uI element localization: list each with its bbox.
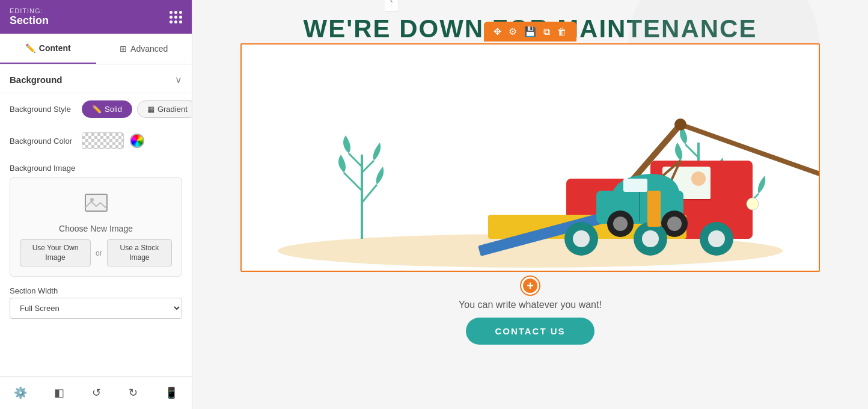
contact-us-button[interactable]: CONTACT US bbox=[466, 318, 594, 345]
section-title-label: Section bbox=[10, 14, 49, 27]
svg-rect-0 bbox=[85, 194, 107, 211]
background-image-label: Background Image bbox=[10, 164, 76, 173]
svg-rect-31 bbox=[623, 179, 647, 192]
choose-new-image-label: Choose New Image bbox=[59, 224, 133, 233]
settings-toolbar-icon[interactable]: ⚙ bbox=[505, 24, 521, 39]
svg-point-1 bbox=[90, 198, 94, 201]
grid-icon: ⊞ bbox=[120, 44, 127, 54]
svg-point-42 bbox=[708, 230, 725, 247]
svg-rect-43 bbox=[647, 191, 661, 227]
gradient-icon: ▦ bbox=[147, 105, 154, 114]
section-width-label: Section Width bbox=[0, 281, 192, 298]
section-container: ✥ ⚙ 💾 ⧉ 🗑 bbox=[216, 43, 844, 272]
gradient-button[interactable]: ▦ Gradient bbox=[137, 100, 192, 118]
collapse-sidebar-button[interactable]: ‹ bbox=[385, 0, 399, 12]
sidebar: EDITING: Section ✏️ Content ⊞ Advanced B… bbox=[0, 0, 192, 409]
layers-icon[interactable]: ◧ bbox=[49, 384, 69, 402]
use-stock-image-button[interactable]: Use a Stock Image bbox=[107, 239, 172, 266]
background-style-row: Background Style ✏️ Solid ▦ Gradient bbox=[0, 93, 192, 125]
svg-point-38 bbox=[573, 230, 590, 247]
background-color-row: Background Color bbox=[0, 125, 192, 156]
tab-content[interactable]: ✏️ Content bbox=[0, 34, 96, 64]
sidebar-header-info: EDITING: Section bbox=[10, 7, 49, 27]
sidebar-content: Background ∨ Background Style ✏️ Solid ▦… bbox=[0, 64, 192, 376]
svg-point-40 bbox=[642, 230, 659, 247]
mobile-icon[interactable]: 📱 bbox=[160, 384, 183, 402]
pencil-icon: ✏️ bbox=[25, 43, 35, 53]
dots-menu-icon[interactable] bbox=[170, 11, 182, 23]
image-upload-area: Choose New Image Use Your Own Image or U… bbox=[10, 177, 182, 277]
section-width-select-wrap: Full Screen Boxed Full Width bbox=[10, 298, 182, 319]
section-toolbar: ✥ ⚙ 💾 ⧉ 🗑 bbox=[484, 22, 576, 42]
page-background: WE'RE DOWN FOR MAINTENANCE ✥ ⚙ 💾 ⧉ 🗑 bbox=[192, 0, 868, 409]
solid-button[interactable]: ✏️ Solid bbox=[82, 100, 132, 118]
section-box bbox=[240, 43, 820, 272]
subtext: You can write whatever you want! bbox=[459, 300, 602, 310]
save-toolbar-icon[interactable]: 💾 bbox=[521, 24, 540, 39]
color-picker-icon[interactable] bbox=[130, 134, 144, 148]
add-section-button[interactable]: + bbox=[521, 277, 539, 295]
background-title: Background bbox=[10, 75, 63, 85]
history-icon[interactable]: ↺ bbox=[87, 384, 106, 402]
pencil-solid-icon: ✏️ bbox=[92, 105, 102, 114]
redo-icon[interactable]: ↻ bbox=[124, 384, 142, 402]
svg-point-35 bbox=[667, 217, 682, 231]
style-btn-group: ✏️ Solid ▦ Gradient bbox=[82, 100, 192, 118]
section-width-select[interactable]: Full Screen Boxed Full Width bbox=[10, 298, 182, 319]
color-swatch[interactable] bbox=[82, 132, 124, 149]
editing-label: EDITING: bbox=[10, 7, 49, 14]
use-own-image-button[interactable]: Use Your Own Image bbox=[20, 239, 91, 266]
background-color-label: Background Color bbox=[10, 137, 76, 146]
background-image-label-row: Background Image bbox=[0, 156, 192, 175]
background-style-label: Background Style bbox=[10, 105, 76, 114]
sidebar-tabs: ✏️ Content ⊞ Advanced bbox=[0, 34, 192, 64]
move-icon[interactable]: ✥ bbox=[490, 24, 505, 39]
image-placeholder-icon bbox=[81, 188, 111, 218]
svg-point-19 bbox=[691, 171, 706, 186]
or-label: or bbox=[96, 249, 102, 257]
svg-point-33 bbox=[613, 217, 628, 231]
tab-advanced[interactable]: ⊞ Advanced bbox=[96, 34, 192, 64]
svg-point-26 bbox=[674, 118, 686, 131]
sidebar-header: EDITING: Section bbox=[0, 0, 192, 34]
delete-toolbar-icon[interactable]: 🗑 bbox=[554, 25, 570, 39]
chevron-down-icon[interactable]: ∨ bbox=[175, 74, 182, 85]
main-content: WE'RE DOWN FOR MAINTENANCE ✥ ⚙ 💾 ⧉ 🗑 bbox=[192, 0, 868, 409]
image-btn-row: Use Your Own Image or Use a Stock Image bbox=[20, 239, 172, 266]
copy-toolbar-icon[interactable]: ⧉ bbox=[540, 25, 554, 39]
sidebar-footer: ⚙️ ◧ ↺ ↻ 📱 bbox=[0, 376, 192, 409]
settings-icon[interactable]: ⚙️ bbox=[9, 384, 32, 402]
background-section-header: Background ∨ bbox=[0, 64, 192, 93]
svg-point-44 bbox=[747, 198, 759, 210]
